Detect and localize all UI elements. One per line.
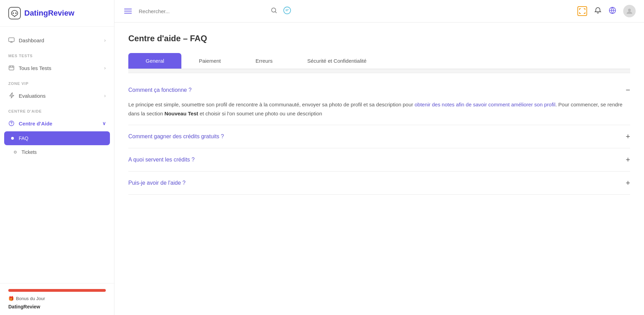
monitor-icon — [8, 37, 15, 43]
header-actions — [577, 5, 636, 17]
svg-point-2 — [15, 12, 17, 14]
logo-icon — [8, 7, 21, 19]
faq-toggle-3[interactable]: + — [626, 155, 630, 164]
tab-securite[interactable]: Sécurité et Confidentialité — [290, 53, 384, 69]
logo-container[interactable]: DatingReview — [0, 0, 114, 27]
tab-erreurs[interactable]: Erreurs — [238, 53, 290, 69]
brand-label: DatingReview — [8, 304, 106, 309]
tab-paiement[interactable]: Paiement — [181, 53, 238, 69]
faq-question-text-1: Comment ça fonctionne ? — [128, 87, 191, 93]
search-input[interactable] — [139, 8, 267, 14]
tab-general[interactable]: General — [128, 53, 181, 69]
evaluations-chevron: › — [104, 93, 106, 98]
dashboard-label: Dashboard — [19, 37, 44, 43]
svg-rect-0 — [9, 7, 20, 19]
zone-vip-section-label: ZONE VIP — [0, 76, 114, 88]
tabs-divider — [128, 69, 630, 73]
svg-point-1 — [12, 12, 14, 14]
sidebar-item-evaluations[interactable]: Evaluations › — [0, 88, 114, 104]
menu-line-3 — [124, 13, 132, 14]
faq-item-3: A quoi servent les crédits ? + — [128, 148, 630, 172]
faq-question-4[interactable]: Puis-je avoir de l'aide ? + — [128, 178, 630, 187]
content-area: Centre d'aide – FAQ General Paiement Err… — [114, 23, 644, 315]
tabs-container: General Paiement Erreurs Sécurité et Con… — [128, 53, 630, 69]
faq-container: Comment ça fonctionne ? − Le principe es… — [128, 76, 630, 195]
sidebar: DatingReview Dashboard › MES TESTS — [0, 0, 114, 315]
search-container — [139, 7, 277, 16]
svg-point-8 — [284, 7, 291, 14]
chat-icon[interactable] — [283, 6, 291, 16]
faq-question-1[interactable]: Comment ça fonctionne ? − — [128, 86, 630, 95]
logo-text: DatingReview — [24, 9, 74, 18]
faq-item-2: Comment gagner des crédits gratuits ? + — [128, 125, 630, 148]
faq-label: FAQ — [19, 135, 28, 141]
evaluations-label: Evaluations — [19, 93, 46, 99]
centre-aide-section-label: CENTRE D'AIDE — [0, 104, 114, 115]
sidebar-item-tickets[interactable]: Tickets — [0, 145, 114, 159]
gift-icon: 🎁 — [8, 296, 14, 301]
avatar[interactable] — [623, 5, 636, 17]
tests-chevron: › — [104, 65, 106, 71]
sidebar-nav: Dashboard › MES TESTS Tous les Tests › Z… — [0, 27, 114, 283]
screenshot-icon[interactable] — [577, 6, 587, 16]
svg-rect-3 — [9, 38, 14, 42]
globe-icon[interactable] — [609, 7, 616, 16]
svg-point-6 — [11, 125, 12, 125]
sidebar-bottom: 🎁 Bonus du Jour DatingReview — [0, 283, 114, 315]
dashboard-chevron: › — [104, 37, 106, 43]
faq-item-1: Comment ça fonctionne ? − Le principe es… — [128, 79, 630, 125]
faq-answer-1: Le principe est simple, soumettre son pr… — [128, 95, 630, 118]
faq-dot — [11, 137, 14, 140]
centre-aide-subnav: FAQ Tickets — [0, 131, 114, 159]
help-circle-icon — [8, 120, 15, 126]
sidebar-item-tous-les-tests[interactable]: Tous les Tests › — [0, 60, 114, 76]
svg-point-10 — [628, 9, 631, 11]
sidebar-item-dashboard[interactable]: Dashboard › — [0, 32, 114, 48]
faq-toggle-2[interactable]: + — [626, 132, 630, 141]
bolt-icon — [8, 93, 15, 99]
page-title: Centre d'aide – FAQ — [128, 34, 630, 43]
search-icon[interactable] — [271, 7, 277, 16]
tests-icon — [8, 65, 15, 71]
faq-question-text-3: A quoi servent les crédits ? — [128, 157, 195, 163]
bonus-label[interactable]: 🎁 Bonus du Jour — [8, 296, 106, 301]
menu-button[interactable] — [123, 7, 133, 15]
sidebar-item-centre-aide[interactable]: Centre d'Aide ∨ — [0, 115, 114, 131]
menu-line-1 — [124, 9, 132, 9]
mes-tests-section-label: MES TESTS — [0, 48, 114, 60]
bell-icon[interactable] — [594, 7, 602, 16]
centre-aide-label: Centre d'Aide — [19, 121, 52, 126]
tous-les-tests-label: Tous les Tests — [19, 65, 51, 71]
faq-question-3[interactable]: A quoi servent les crédits ? + — [128, 155, 630, 164]
faq-toggle-4[interactable]: + — [626, 178, 630, 187]
sidebar-item-faq[interactable]: FAQ — [4, 131, 110, 145]
menu-line-2 — [124, 11, 132, 11]
faq-answer-link[interactable]: obtenir des notes afin de savoir comment… — [414, 102, 555, 107]
svg-rect-4 — [9, 66, 14, 70]
header — [114, 0, 644, 23]
tickets-dot — [14, 151, 17, 154]
svg-point-7 — [272, 8, 276, 12]
centre-aide-chevron: ∨ — [102, 121, 106, 126]
faq-question-2[interactable]: Comment gagner des crédits gratuits ? + — [128, 132, 630, 141]
faq-item-4: Puis-je avoir de l'aide ? + — [128, 172, 630, 195]
tickets-label: Tickets — [22, 149, 37, 155]
progress-bar-fill — [8, 289, 106, 292]
faq-question-text-2: Comment gagner des crédits gratuits ? — [128, 133, 224, 140]
progress-bar-bg — [8, 289, 106, 292]
main-content: Centre d'aide – FAQ General Paiement Err… — [114, 0, 644, 315]
faq-toggle-1[interactable]: − — [626, 86, 630, 95]
faq-question-text-4: Puis-je avoir de l'aide ? — [128, 180, 186, 186]
